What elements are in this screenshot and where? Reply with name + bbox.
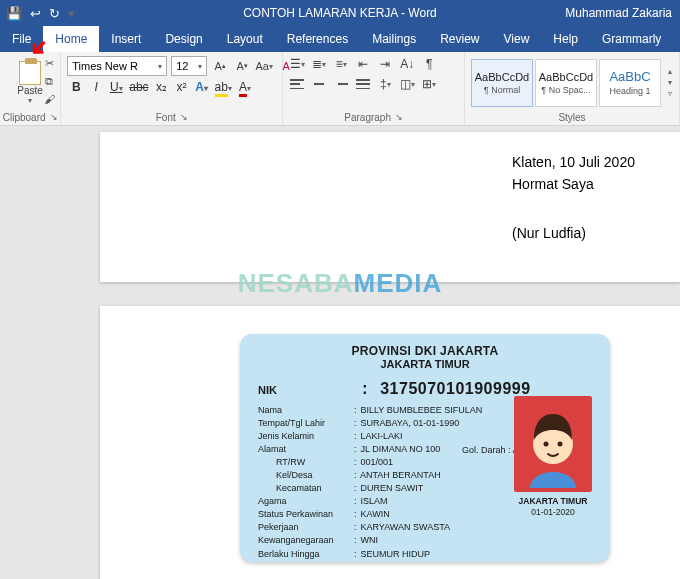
paragraph-group-label: Paragraph <box>344 112 391 123</box>
tab-insert[interactable]: Insert <box>99 26 153 52</box>
subscript-button[interactable]: x₂ <box>155 80 169 94</box>
place-date: Klaten, 10 Juli 2020 <box>512 152 635 174</box>
qat-dropdown-icon[interactable]: ▾ <box>68 6 75 21</box>
signature: (Nur Ludfia) <box>512 223 635 245</box>
chevron-down-icon: ▾ <box>198 62 202 71</box>
justify-button[interactable] <box>355 76 371 92</box>
user-name[interactable]: Muhammad Zakaria <box>565 6 672 20</box>
bold-button[interactable]: B <box>69 80 83 94</box>
save-icon[interactable]: 💾 <box>6 6 22 21</box>
tab-design[interactable]: Design <box>153 26 214 52</box>
change-case-button[interactable]: Aa▾ <box>255 56 273 76</box>
shading-button[interactable]: ◫▾ <box>399 76 415 92</box>
ktp-nik-value: : 3175070101909999 <box>360 380 531 399</box>
align-center-button[interactable] <box>311 76 327 92</box>
tab-mailings[interactable]: Mailings <box>360 26 428 52</box>
ribbon: Paste ▾ ✂ ⧉ 🖌 Clipboard↘ Times New R▾ 12… <box>0 52 680 126</box>
tab-home[interactable]: Home <box>43 26 99 52</box>
format-painter-icon[interactable]: 🖌 <box>42 92 56 106</box>
paragraph-launcher-icon[interactable]: ↘ <box>395 112 403 122</box>
page-2[interactable]: PROVINSI DKI JAKARTA JAKARTA TIMUR NIK :… <box>100 306 680 579</box>
styles-group-label: Styles <box>558 112 585 123</box>
font-launcher-icon[interactable]: ↘ <box>180 112 188 122</box>
group-paragraph: ☰▾ ≣▾ ≡▾ ⇤ ⇥ A↓ ¶ ‡▾ ◫▾ ⊞▾ Paragraph↘ <box>283 52 465 125</box>
clipboard-launcher-icon[interactable]: ↘ <box>50 112 58 122</box>
shrink-font-button[interactable]: A▾ <box>233 56 251 76</box>
font-color-button[interactable]: A▾ <box>238 80 252 94</box>
ktp-card: PROVINSI DKI JAKARTA JAKARTA TIMUR NIK :… <box>240 334 610 562</box>
multilevel-button[interactable]: ≡▾ <box>333 56 349 72</box>
paste-button[interactable]: Paste ▾ <box>17 61 43 105</box>
ktp-photo <box>514 396 592 492</box>
style-normal[interactable]: AaBbCcDd ¶ Normal <box>471 59 533 107</box>
group-clipboard: Paste ▾ ✂ ⧉ 🖌 Clipboard↘ <box>0 52 61 125</box>
tab-help[interactable]: Help <box>541 26 590 52</box>
show-marks-button[interactable]: ¶ <box>421 56 437 72</box>
align-left-button[interactable] <box>289 76 305 92</box>
group-styles: AaBbCcDd ¶ Normal AaBbCcDd ¶ No Spac... … <box>465 52 680 125</box>
strikethrough-button[interactable]: abc <box>129 80 148 94</box>
ktp-fields: Nama: BILLY BUMBLEBEE SIFULANTempat/Tgl … <box>258 404 482 561</box>
svg-point-2 <box>544 442 549 447</box>
font-name-combo[interactable]: Times New R▾ <box>67 56 167 76</box>
text-effects-button[interactable]: A▾ <box>195 80 209 94</box>
line-spacing-button[interactable]: ‡▾ <box>377 76 393 92</box>
ktp-photo-caption-date: 01-01-2020 <box>514 507 592 517</box>
style-heading1[interactable]: AaBbC Heading 1 <box>599 59 661 107</box>
letter-closing: Klaten, 10 Juli 2020 Hormat Saya (Nur Lu… <box>512 152 635 245</box>
page-1[interactable]: Klaten, 10 Juli 2020 Hormat Saya (Nur Lu… <box>100 132 680 282</box>
grow-font-button[interactable]: A▴ <box>211 56 229 76</box>
tab-review[interactable]: Review <box>428 26 491 52</box>
avatar-icon <box>518 400 588 488</box>
undo-icon[interactable]: ↩ <box>30 6 41 21</box>
superscript-button[interactable]: x² <box>175 80 189 94</box>
redo-icon[interactable]: ↻ <box>49 6 60 21</box>
tab-grammarly[interactable]: Grammarly <box>590 26 673 52</box>
cut-icon[interactable]: ✂ <box>42 56 56 70</box>
italic-button[interactable]: I <box>89 80 103 94</box>
ktp-photo-caption-city: JAKARTA TIMUR <box>514 496 592 506</box>
ribbon-tabs: File Home Insert Design Layout Reference… <box>0 26 680 52</box>
quick-access-toolbar: 💾 ↩ ↻ ▾ <box>0 6 75 21</box>
numbering-button[interactable]: ≣▾ <box>311 56 327 72</box>
clipboard-icon <box>19 61 41 85</box>
ktp-city: JAKARTA TIMUR <box>240 358 610 370</box>
sort-button[interactable]: A↓ <box>399 56 415 72</box>
styles-expand-icon[interactable]: ▴▾▿ <box>663 67 677 98</box>
tab-view[interactable]: View <box>492 26 542 52</box>
paste-dropdown-icon[interactable]: ▾ <box>28 96 32 105</box>
ktp-nik-label: NIK <box>258 384 277 396</box>
title-bar: 💾 ↩ ↻ ▾ CONTOH LAMARAN KERJA - Word Muha… <box>0 0 680 26</box>
font-size-combo[interactable]: 12▾ <box>171 56 207 76</box>
underline-button[interactable]: U▾ <box>109 80 123 94</box>
increase-indent-button[interactable]: ⇥ <box>377 56 393 72</box>
svg-point-3 <box>558 442 563 447</box>
tab-layout[interactable]: Layout <box>215 26 275 52</box>
bullets-button[interactable]: ☰▾ <box>289 56 305 72</box>
copy-icon[interactable]: ⧉ <box>42 74 56 88</box>
document-title: CONTOH LAMARAN KERJA - Word <box>243 6 437 20</box>
clipboard-group-label: Clipboard <box>3 112 46 123</box>
highlight-button[interactable]: ab▾ <box>215 80 232 94</box>
group-font: Times New R▾ 12▾ A▴ A▾ Aa▾ A B I U▾ abc … <box>61 52 283 125</box>
tab-nitro[interactable]: Nitro Pro <box>673 26 680 52</box>
align-right-button[interactable] <box>333 76 349 92</box>
borders-button[interactable]: ⊞▾ <box>421 76 437 92</box>
salutation: Hormat Saya <box>512 174 635 196</box>
tab-references[interactable]: References <box>275 26 360 52</box>
font-group-label: Font <box>156 112 176 123</box>
paste-label: Paste <box>17 85 43 96</box>
style-no-spacing[interactable]: AaBbCcDd ¶ No Spac... <box>535 59 597 107</box>
decrease-indent-button[interactable]: ⇤ <box>355 56 371 72</box>
chevron-down-icon: ▾ <box>158 62 162 71</box>
document-area[interactable]: Klaten, 10 Juli 2020 Hormat Saya (Nur Lu… <box>0 126 680 579</box>
ktp-province: PROVINSI DKI JAKARTA <box>240 334 610 358</box>
tab-file[interactable]: File <box>0 26 43 52</box>
